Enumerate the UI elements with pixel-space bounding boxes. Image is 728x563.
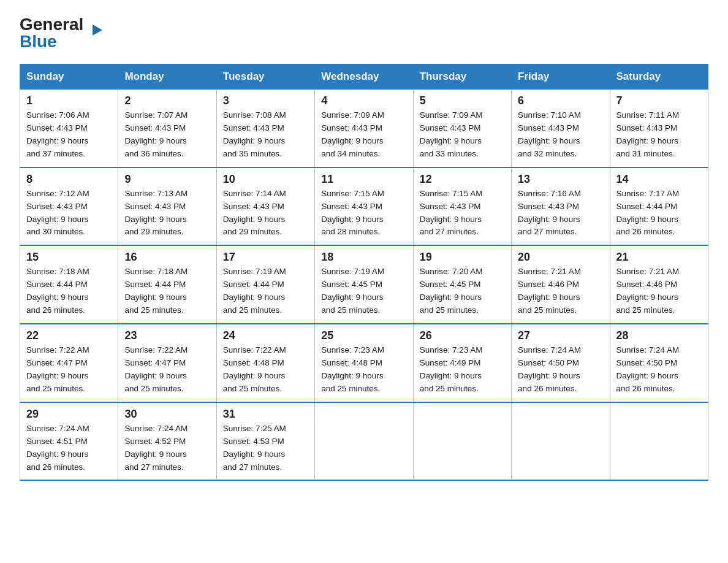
calendar-cell: 11Sunrise: 7:15 AMSunset: 4:43 PMDayligh… [315, 167, 413, 246]
logo-blue-text: Blue [20, 32, 57, 52]
day-info: Sunrise: 7:11 AMSunset: 4:43 PMDaylight:… [616, 110, 680, 158]
calendar-cell: 21Sunrise: 7:21 AMSunset: 4:46 PMDayligh… [610, 245, 708, 324]
day-info: Sunrise: 7:07 AMSunset: 4:43 PMDaylight:… [124, 110, 188, 158]
day-info: Sunrise: 7:13 AMSunset: 4:43 PMDaylight:… [124, 189, 188, 237]
logo: General Blue [20, 15, 93, 52]
day-header-sunday: Sunday [20, 64, 118, 90]
day-info: Sunrise: 7:17 AMSunset: 4:44 PMDaylight:… [616, 189, 680, 237]
day-number: 14 [616, 173, 702, 186]
day-info: Sunrise: 7:10 AMSunset: 4:43 PMDaylight:… [518, 110, 581, 158]
day-info: Sunrise: 7:22 AMSunset: 4:47 PMDaylight:… [26, 345, 89, 393]
calendar-cell: 16Sunrise: 7:18 AMSunset: 4:44 PMDayligh… [118, 245, 216, 324]
calendar-cell: 19Sunrise: 7:20 AMSunset: 4:45 PMDayligh… [413, 245, 511, 324]
day-info: Sunrise: 7:23 AMSunset: 4:49 PMDaylight:… [420, 345, 483, 393]
week-row-3: 15Sunrise: 7:18 AMSunset: 4:44 PMDayligh… [20, 245, 708, 324]
day-info: Sunrise: 7:25 AMSunset: 4:53 PMDaylight:… [223, 424, 286, 472]
calendar-cell: 17Sunrise: 7:19 AMSunset: 4:44 PMDayligh… [216, 245, 314, 324]
week-row-4: 22Sunrise: 7:22 AMSunset: 4:47 PMDayligh… [20, 324, 708, 402]
day-info: Sunrise: 7:16 AMSunset: 4:43 PMDaylight:… [518, 189, 581, 237]
day-info: Sunrise: 7:24 AMSunset: 4:50 PMDaylight:… [616, 345, 680, 393]
day-number: 6 [518, 94, 603, 107]
calendar-cell [610, 402, 708, 481]
calendar-cell [413, 402, 511, 481]
day-header-friday: Friday [512, 64, 610, 90]
day-number: 8 [26, 173, 112, 186]
calendar-cell: 28Sunrise: 7:24 AMSunset: 4:50 PMDayligh… [610, 324, 708, 402]
day-number: 3 [223, 94, 308, 107]
calendar-cell: 27Sunrise: 7:24 AMSunset: 4:50 PMDayligh… [512, 324, 610, 402]
week-row-2: 8Sunrise: 7:12 AMSunset: 4:43 PMDaylight… [20, 167, 708, 246]
day-info: Sunrise: 7:18 AMSunset: 4:44 PMDaylight:… [124, 267, 188, 315]
calendar-cell: 10Sunrise: 7:14 AMSunset: 4:43 PMDayligh… [216, 167, 314, 246]
day-number: 17 [223, 251, 308, 264]
calendar-cell: 9Sunrise: 7:13 AMSunset: 4:43 PMDaylight… [118, 167, 216, 246]
day-number: 5 [420, 94, 505, 107]
day-info: Sunrise: 7:20 AMSunset: 4:45 PMDaylight:… [420, 267, 483, 315]
day-number: 13 [518, 173, 603, 186]
day-number: 9 [124, 173, 210, 186]
day-info: Sunrise: 7:15 AMSunset: 4:43 PMDaylight:… [321, 189, 384, 237]
day-number: 2 [124, 94, 210, 107]
day-number: 25 [321, 329, 406, 342]
day-number: 21 [616, 251, 702, 264]
day-number: 28 [616, 329, 702, 342]
day-number: 18 [321, 251, 406, 264]
calendar-cell: 3Sunrise: 7:08 AMSunset: 4:43 PMDaylight… [216, 90, 314, 167]
calendar-cell: 23Sunrise: 7:22 AMSunset: 4:47 PMDayligh… [118, 324, 216, 402]
day-number: 22 [26, 329, 112, 342]
day-info: Sunrise: 7:19 AMSunset: 4:45 PMDaylight:… [321, 267, 384, 315]
calendar-cell: 5Sunrise: 7:09 AMSunset: 4:43 PMDaylight… [413, 90, 511, 167]
day-header-thursday: Thursday [413, 64, 511, 90]
calendar-cell: 6Sunrise: 7:10 AMSunset: 4:43 PMDaylight… [512, 90, 610, 167]
day-number: 10 [223, 173, 308, 186]
day-number: 30 [124, 408, 210, 421]
day-header-saturday: Saturday [610, 64, 708, 90]
day-number: 20 [518, 251, 603, 264]
day-header-monday: Monday [118, 64, 216, 90]
day-info: Sunrise: 7:18 AMSunset: 4:44 PMDaylight:… [26, 267, 89, 315]
calendar-cell: 29Sunrise: 7:24 AMSunset: 4:51 PMDayligh… [20, 402, 118, 481]
day-info: Sunrise: 7:09 AMSunset: 4:43 PMDaylight:… [321, 110, 384, 158]
day-info: Sunrise: 7:22 AMSunset: 4:48 PMDaylight:… [223, 345, 286, 393]
calendar-cell: 2Sunrise: 7:07 AMSunset: 4:43 PMDaylight… [118, 90, 216, 167]
calendar-cell: 31Sunrise: 7:25 AMSunset: 4:53 PMDayligh… [216, 402, 314, 481]
calendar-cell: 8Sunrise: 7:12 AMSunset: 4:43 PMDaylight… [20, 167, 118, 246]
day-info: Sunrise: 7:21 AMSunset: 4:46 PMDaylight:… [616, 267, 680, 315]
calendar-cell: 1Sunrise: 7:06 AMSunset: 4:43 PMDaylight… [20, 90, 118, 167]
day-info: Sunrise: 7:09 AMSunset: 4:43 PMDaylight:… [420, 110, 483, 158]
week-row-5: 29Sunrise: 7:24 AMSunset: 4:51 PMDayligh… [20, 402, 708, 481]
day-info: Sunrise: 7:19 AMSunset: 4:44 PMDaylight:… [223, 267, 286, 315]
day-number: 23 [124, 329, 210, 342]
day-info: Sunrise: 7:14 AMSunset: 4:43 PMDaylight:… [223, 189, 286, 237]
day-info: Sunrise: 7:23 AMSunset: 4:48 PMDaylight:… [321, 345, 384, 393]
logo-arrow-icon [93, 25, 102, 36]
day-number: 31 [223, 408, 308, 421]
day-info: Sunrise: 7:24 AMSunset: 4:50 PMDaylight:… [518, 345, 581, 393]
week-row-1: 1Sunrise: 7:06 AMSunset: 4:43 PMDaylight… [20, 90, 708, 167]
day-number: 11 [321, 173, 406, 186]
day-header-tuesday: Tuesday [216, 64, 314, 90]
day-info: Sunrise: 7:06 AMSunset: 4:43 PMDaylight:… [26, 110, 89, 158]
calendar-cell [512, 402, 610, 481]
day-number: 29 [26, 408, 112, 421]
svg-marker-0 [93, 25, 102, 36]
calendar-cell: 25Sunrise: 7:23 AMSunset: 4:48 PMDayligh… [315, 324, 413, 402]
day-number: 27 [518, 329, 603, 342]
calendar-cell: 24Sunrise: 7:22 AMSunset: 4:48 PMDayligh… [216, 324, 314, 402]
day-header-wednesday: Wednesday [315, 64, 413, 90]
day-info: Sunrise: 7:08 AMSunset: 4:43 PMDaylight:… [223, 110, 286, 158]
day-number: 19 [420, 251, 505, 264]
calendar-cell: 12Sunrise: 7:15 AMSunset: 4:43 PMDayligh… [413, 167, 511, 246]
day-info: Sunrise: 7:21 AMSunset: 4:46 PMDaylight:… [518, 267, 581, 315]
calendar-cell: 4Sunrise: 7:09 AMSunset: 4:43 PMDaylight… [315, 90, 413, 167]
calendar-cell: 18Sunrise: 7:19 AMSunset: 4:45 PMDayligh… [315, 245, 413, 324]
calendar-cell: 22Sunrise: 7:22 AMSunset: 4:47 PMDayligh… [20, 324, 118, 402]
day-number: 24 [223, 329, 308, 342]
day-number: 12 [420, 173, 505, 186]
calendar-cell [315, 402, 413, 481]
calendar-table: SundayMondayTuesdayWednesdayThursdayFrid… [20, 64, 708, 481]
day-info: Sunrise: 7:22 AMSunset: 4:47 PMDaylight:… [124, 345, 188, 393]
day-number: 4 [321, 94, 406, 107]
calendar-cell: 30Sunrise: 7:24 AMSunset: 4:52 PMDayligh… [118, 402, 216, 481]
page-header: General Blue [20, 15, 708, 52]
